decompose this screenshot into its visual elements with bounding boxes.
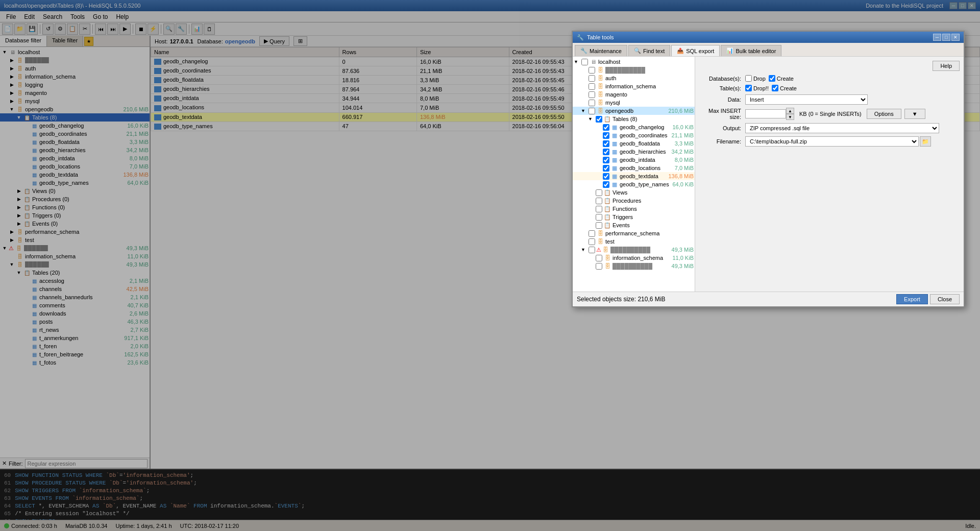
mt-check-views[interactable]	[595, 189, 602, 196]
output-select[interactable]: ZIP compressed .sql file .sql file Clipb…	[745, 123, 939, 133]
mt-triggers[interactable]: 📋 Triggers	[573, 213, 695, 221]
mt-geodb-hierarchies[interactable]: ▦ geodb_hierarchies 34,2 MiB	[573, 148, 695, 156]
checkbox-test[interactable]	[589, 238, 595, 245]
mt-anon2[interactable]: ▼ ⚠ 🗄 ██████████ 49,3 MiB	[573, 246, 695, 254]
checkbox-views[interactable]	[596, 189, 602, 196]
table-create-checkbox[interactable]	[772, 85, 778, 91]
table-drop-checkbox[interactable]	[745, 85, 752, 91]
mt-expand-anon2[interactable]: ▼	[581, 247, 587, 252]
mt-events[interactable]: 📋 Events	[573, 221, 695, 229]
mt-functions[interactable]: 📋 Functions	[573, 205, 695, 213]
help-button[interactable]: Help	[933, 61, 960, 71]
checkbox-information-schema[interactable]	[589, 83, 595, 90]
max-insert-up[interactable]: ▲	[786, 108, 794, 114]
db-create-checkbox[interactable]	[769, 75, 775, 82]
filename-select[interactable]: C:\temp\backup-full.zip	[745, 136, 919, 147]
mt-check-events[interactable]	[595, 222, 602, 229]
checkbox-anon2[interactable]	[589, 247, 595, 253]
mt-tables8[interactable]: ▼ 📋 Tables (8)	[573, 115, 695, 123]
mt-check-opengeodb[interactable]	[588, 107, 595, 114]
mt-geodb-textdata[interactable]: ▦ geodb_textdata 136,8 MiB	[573, 172, 695, 180]
mt-check-triggers[interactable]	[595, 213, 602, 221]
checkbox-auth[interactable]	[589, 75, 595, 82]
mt-check-geodb-locations[interactable]	[602, 164, 609, 172]
checkbox-geodb-locations[interactable]	[603, 165, 609, 172]
file-browse-button[interactable]: 📁	[920, 136, 931, 147]
checkbox-triggers[interactable]	[596, 214, 602, 221]
checkbox-anon1[interactable]	[589, 67, 595, 74]
mt-check-auth[interactable]	[588, 75, 595, 82]
mt-geodb-intdata[interactable]: ▦ geodb_intdata 8,0 MiB	[573, 156, 695, 164]
tab-find-text[interactable]: 🔍 Find text	[628, 45, 670, 56]
checkbox-anon3[interactable]	[596, 263, 602, 270]
options-button[interactable]: Options	[867, 109, 901, 119]
checkbox-opengeodb[interactable]	[589, 108, 595, 114]
mt-check-test[interactable]	[588, 238, 595, 245]
dialog-close[interactable]: ✕	[951, 34, 960, 41]
dialog-minimize[interactable]: ─	[933, 34, 941, 41]
checkbox-localhost[interactable]	[581, 59, 588, 65]
mt-auth[interactable]: 🗄 auth	[573, 74, 695, 82]
mt-check-anon1[interactable]	[588, 66, 595, 74]
mt-check-anon2[interactable]	[588, 246, 595, 253]
mt-check-anon3[interactable]	[595, 262, 602, 270]
checkbox-information-schema2[interactable]	[596, 255, 602, 261]
mt-geodb-locations[interactable]: ▦ geodb_locations 7,0 MiB	[573, 164, 695, 172]
mt-geodb-changelog[interactable]: ▦ geodb_changelog 16,0 KiB	[573, 123, 695, 131]
mt-check-geodb-floatdata[interactable]	[602, 140, 609, 147]
mt-mysql[interactable]: 🗄 mysql	[573, 99, 695, 107]
mt-check-functions[interactable]	[595, 205, 602, 212]
mt-check-mysql[interactable]	[588, 99, 595, 106]
tab-maintenance[interactable]: 🔧 Maintenance	[575, 45, 627, 56]
max-insert-down[interactable]: ▼	[786, 114, 794, 120]
mt-geodb-coordinates[interactable]: ▦ geodb_coordinates 21,1 MiB	[573, 131, 695, 139]
checkbox-geodb-changelog[interactable]	[603, 124, 609, 131]
checkbox-functions[interactable]	[596, 206, 602, 212]
mt-check-performance-schema[interactable]	[588, 230, 595, 237]
mt-information-schema[interactable]: 🗄 information_schema	[573, 82, 695, 90]
checkbox-geodb-type-names[interactable]	[603, 181, 609, 188]
checkbox-mysql[interactable]	[589, 100, 595, 106]
mt-check-information-schema[interactable]	[588, 83, 595, 90]
tab-bulk-table-editor[interactable]: 📊 Bulk table editor	[721, 45, 781, 56]
mt-check-tables8[interactable]	[595, 115, 602, 123]
export-button[interactable]: Export	[896, 294, 928, 304]
mt-test[interactable]: 🗄 test	[573, 237, 695, 246]
checkbox-tables8[interactable]	[596, 116, 602, 123]
mt-performance-schema[interactable]: 🗄 performance_schema	[573, 229, 695, 237]
mt-check-procedures[interactable]	[595, 197, 602, 204]
mt-check-information-schema2[interactable]	[595, 254, 602, 261]
mt-expand-localhost[interactable]: ▼	[574, 59, 580, 64]
mt-opengeodb[interactable]: ▼ 🗄 opengeodb 210,6 MiB	[573, 107, 695, 115]
mt-check-magento[interactable]	[588, 91, 595, 98]
mt-check-geodb-coordinates[interactable]	[602, 132, 609, 139]
checkbox-geodb-hierarchies[interactable]	[603, 149, 609, 155]
mt-expand-opengeodb[interactable]: ▼	[581, 108, 587, 113]
mt-check-localhost[interactable]	[581, 58, 588, 65]
mt-anon3[interactable]: 🗄 ██████████ 49,3 MiB	[573, 262, 695, 270]
checkbox-geodb-intdata[interactable]	[603, 157, 609, 163]
mt-check-geodb-textdata[interactable]	[602, 173, 609, 180]
mt-check-geodb-type-names[interactable]	[602, 181, 609, 188]
mt-check-geodb-intdata[interactable]	[602, 156, 609, 163]
checkbox-events[interactable]	[596, 222, 602, 229]
mt-geodb-floatdata[interactable]: ▦ geodb_floatdata 3,3 MiB	[573, 139, 695, 148]
mt-localhost[interactable]: ▼ 🖥 localhost	[573, 58, 695, 66]
mt-anon1[interactable]: 🗄 ██████████	[573, 66, 695, 74]
mt-geodb-type-names[interactable]: ▦ geodb_type_names 64,0 KiB	[573, 180, 695, 188]
checkbox-geodb-floatdata[interactable]	[603, 140, 609, 147]
mt-check-geodb-changelog[interactable]	[602, 124, 609, 131]
mt-procedures[interactable]: 📋 Procedures	[573, 197, 695, 205]
checkbox-procedures[interactable]	[596, 198, 602, 204]
modal-close-button[interactable]: Close	[930, 294, 960, 304]
checkbox-magento[interactable]	[589, 91, 595, 98]
mt-check-geodb-hierarchies[interactable]	[602, 148, 609, 155]
options-dropdown-btn[interactable]: ▼	[904, 109, 925, 119]
checkbox-geodb-textdata[interactable]	[603, 173, 609, 180]
mt-views[interactable]: 📋 Views	[573, 188, 695, 197]
mt-magento[interactable]: 🗄 magento	[573, 90, 695, 99]
data-select[interactable]: Insert None Replace	[745, 94, 868, 105]
mt-expand-tables8[interactable]: ▼	[588, 116, 594, 122]
db-drop-checkbox[interactable]	[745, 75, 752, 82]
max-insert-value[interactable]: 1.024	[745, 109, 786, 118]
